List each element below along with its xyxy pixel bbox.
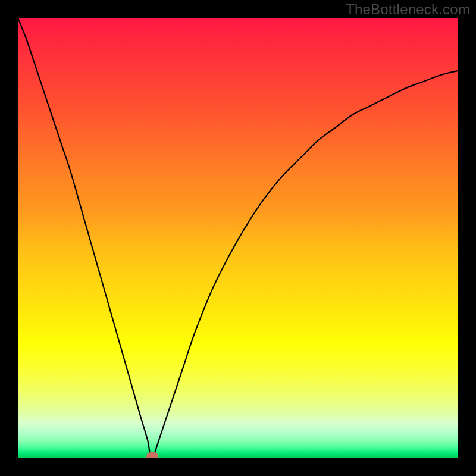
bottleneck-curve [18, 18, 458, 458]
optimal-point-marker [146, 452, 158, 458]
watermark-text: TheBottleneck.com [346, 1, 470, 18]
curve-path [18, 18, 458, 456]
chart-frame: TheBottleneck.com [0, 0, 476, 476]
plot-area [18, 18, 458, 458]
